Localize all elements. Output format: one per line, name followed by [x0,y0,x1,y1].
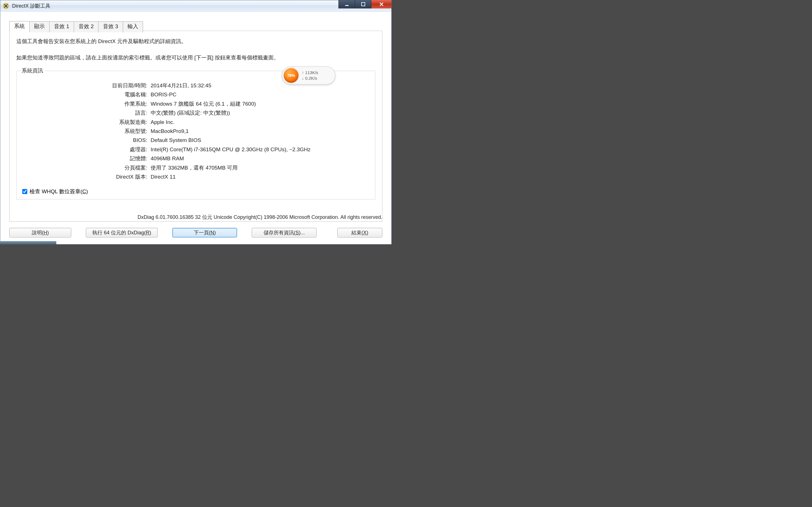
save-all-button[interactable]: 儲存所有資訊(S)... [252,228,316,237]
tab-strip: 系統 顯示 音效 1 音效 2 音效 3 輸入 [9,21,143,32]
info-label: 電腦名稱: [22,91,149,99]
network-meter-overlay[interactable]: 78% 113K/s 0.2K/s [282,66,335,84]
info-row: BIOS:Default System BIOS [22,136,369,144]
title-bar[interactable]: DirectX 診斷工具 [0,0,391,11]
info-label: 記憶體: [22,154,149,163]
tab-sound2[interactable]: 音效 2 [74,21,99,33]
group-legend: 系統資訊 [20,67,45,74]
minimize-button[interactable] [338,0,355,8]
maximize-button[interactable] [355,0,371,8]
info-row: 系統製造商:Apple Inc. [22,118,369,126]
intro-line: 這個工具會報告安裝在您系統上的 DirectX 元件及驅動程式的詳細資訊。 [16,37,375,46]
info-row: 作業系統:Windows 7 旗艦版 64 位元 (6.1，組建 7600) [22,100,369,108]
system-info-group: 系統資訊 目前日期/時間:2014年4月21日, 15:32:45電腦名稱:BO… [16,71,375,200]
info-row: 分頁檔案:使用了 3362MB，還有 4705MB 可用 [22,164,369,172]
info-label: 目前日期/時間: [22,81,149,90]
info-label: 處理器: [22,145,149,154]
gauge-icon: 78% [284,68,299,83]
info-label: 作業系統: [22,100,149,108]
run-64bit-button[interactable]: 執行 64 位元的 DxDiag(R) [86,228,158,237]
info-value: DirectX 11 [149,173,369,181]
upload-rate: 113K/s [302,70,318,75]
copyright-line: DxDiag 6.01.7600.16385 32 位元 Unicode Cop… [9,214,382,221]
svg-rect-1 [345,5,349,6]
svg-rect-2 [362,3,365,6]
taskbar-fragment [0,241,56,244]
info-row: 記憶體:4096MB RAM [22,154,369,163]
info-label: BIOS: [22,136,149,144]
tab-input[interactable]: 輸入 [123,21,143,33]
info-row: 電腦名稱:BORIS-PC [22,91,369,99]
info-label: 系統型號: [22,127,149,135]
tab-label: 音效 2 [78,23,94,29]
help-button[interactable]: 說明(H) [9,228,71,237]
info-value: MacBookPro9,1 [149,127,369,135]
info-row: 系統型號:MacBookPro9,1 [22,127,369,135]
whql-check-row: 檢查 WHQL 數位簽章(C) [22,188,369,195]
info-value: Intel(R) Core(TM) i7-3615QM CPU @ 2.30GH… [149,145,369,154]
intro-text: 這個工具會報告安裝在您系統上的 DirectX 元件及驅動程式的詳細資訊。 如果… [16,37,375,62]
info-row: 處理器:Intel(R) Core(TM) i7-3615QM CPU @ 2.… [22,145,369,154]
tab-system[interactable]: 系統 [9,21,29,32]
info-row: DirectX 版本:DirectX 11 [22,173,369,181]
tab-sound3[interactable]: 音效 3 [98,21,123,33]
intro-line: 如果您知道導致問題的區域，請在上面按適當的索引標籤。或者您可以使用 [下一頁] … [16,54,375,62]
info-value: 中文(繁體) (區域設定: 中文(繁體)) [149,109,369,117]
info-label: 語言: [22,109,149,117]
tab-sound1[interactable]: 音效 1 [49,21,74,33]
whql-label: 檢查 WHQL 數位簽章(C) [29,188,88,195]
dxdiag-window: DirectX 診斷工具 系統 顯示 音效 1 音效 2 音效 3 輸入 這個工… [0,0,392,244]
info-value: Windows 7 旗艦版 64 位元 (6.1，組建 7600) [149,100,369,108]
network-rates: 113K/s 0.2K/s [302,70,318,81]
window-title: DirectX 診斷工具 [12,3,389,9]
info-value: 使用了 3362MB，還有 4705MB 可用 [149,164,369,172]
info-label: 系統製造商: [22,118,149,126]
client-area: 系統 顯示 音效 1 音效 2 音效 3 輸入 這個工具會報告安裝在您系統上的 … [3,13,388,241]
tab-display[interactable]: 顯示 [29,21,50,33]
info-value: Default System BIOS [149,136,369,144]
info-label: DirectX 版本: [22,173,149,181]
info-value: 4096MB RAM [149,154,369,163]
tab-panel-system: 這個工具會報告安裝在您系統上的 DirectX 元件及驅動程式的詳細資訊。 如果… [9,31,382,222]
info-value: 2014年4月21日, 15:32:45 [149,81,369,90]
tab-label: 音效 1 [54,23,69,29]
info-value: Apple Inc. [149,118,369,126]
directx-icon [3,3,9,9]
tab-label: 系統 [14,23,25,29]
button-row: 說明(H) 執行 64 位元的 DxDiag(R) 下一頁(N) 儲存所有資訊(… [9,228,382,237]
info-value: BORIS-PC [149,91,369,99]
tab-label: 音效 3 [103,23,118,29]
whql-checkbox[interactable] [22,189,27,194]
tab-label: 輸入 [128,23,138,29]
exit-button[interactable]: 結束(X) [337,228,382,237]
tab-label: 顯示 [34,23,45,29]
next-page-button[interactable]: 下一頁(N) [172,228,237,237]
close-button[interactable] [371,0,391,8]
info-row: 語言:中文(繁體) (區域設定: 中文(繁體)) [22,109,369,117]
download-rate: 0.2K/s [302,75,318,81]
caption-buttons [338,0,391,8]
info-label: 分頁檔案: [22,164,149,172]
